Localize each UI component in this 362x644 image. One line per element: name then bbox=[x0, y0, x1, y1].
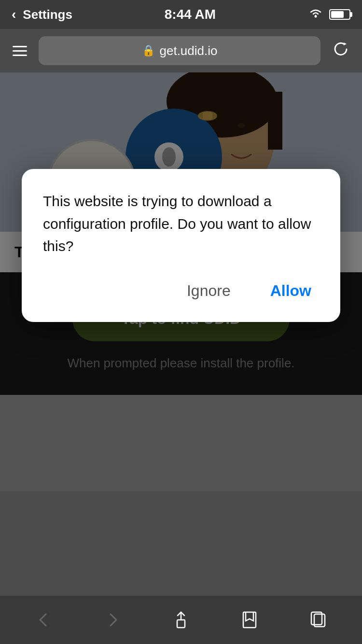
svg-point-0 bbox=[314, 15, 317, 18]
bookmarks-button[interactable] bbox=[230, 605, 269, 634]
forward-button[interactable] bbox=[93, 605, 132, 634]
ignore-button[interactable]: Ignore bbox=[179, 277, 238, 305]
svg-rect-20 bbox=[177, 620, 185, 628]
page-content: The cost of hearing aids in Pune Tap to … bbox=[0, 72, 362, 644]
url-bar[interactable]: 🔒 get.udid.io bbox=[39, 36, 320, 65]
status-bar-left: ‹ Settings bbox=[12, 7, 72, 22]
tabs-button[interactable] bbox=[299, 605, 337, 634]
refresh-button[interactable] bbox=[328, 37, 353, 65]
browser-bar: 🔒 get.udid.io bbox=[0, 29, 362, 72]
share-button[interactable] bbox=[162, 605, 200, 634]
hamburger-menu[interactable] bbox=[9, 42, 31, 60]
status-bar: ‹ Settings 8:44 AM bbox=[0, 0, 362, 29]
dialog-message: This website is trying to download a con… bbox=[43, 190, 319, 258]
status-time: 8:44 AM bbox=[165, 7, 216, 22]
url-text: get.udid.io bbox=[160, 43, 218, 58]
back-button[interactable] bbox=[25, 605, 63, 634]
battery-icon bbox=[329, 9, 350, 20]
hamburger-line-3 bbox=[13, 55, 27, 56]
back-to-settings[interactable]: ‹ bbox=[12, 7, 16, 22]
hamburger-line-2 bbox=[13, 50, 27, 52]
status-bar-right bbox=[308, 7, 350, 22]
bottom-nav bbox=[0, 596, 362, 644]
hamburger-line-1 bbox=[13, 46, 27, 47]
dialog-overlay: This website is trying to download a con… bbox=[0, 72, 362, 644]
dialog-buttons: Ignore Allow bbox=[43, 277, 319, 305]
settings-label[interactable]: Settings bbox=[23, 7, 72, 22]
config-profile-dialog: This website is trying to download a con… bbox=[22, 169, 340, 322]
wifi-icon bbox=[308, 7, 323, 22]
allow-button[interactable]: Allow bbox=[263, 277, 319, 305]
lock-icon: 🔒 bbox=[142, 44, 155, 57]
